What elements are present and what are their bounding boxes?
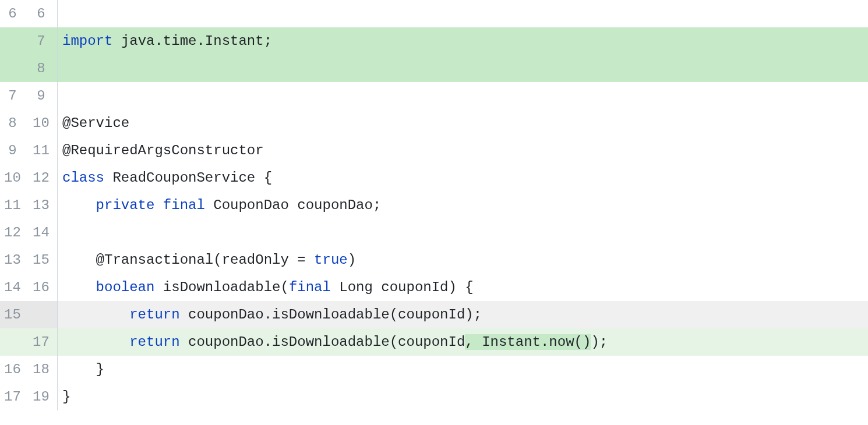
code-content[interactable]: class ReadCouponService { <box>58 164 868 192</box>
line-number-old: 12 <box>0 219 29 246</box>
keyword-final: final <box>289 279 331 295</box>
line-number-new: 16 <box>29 274 57 301</box>
code-text: ReadCouponService { <box>104 170 272 186</box>
line-gutter: 10 12 <box>0 164 58 192</box>
code-content[interactable] <box>58 55 868 82</box>
code-content[interactable]: @RequiredArgsConstructor <box>58 137 868 164</box>
code-text: ); <box>591 334 608 350</box>
keyword-class: class <box>62 170 104 186</box>
code-content[interactable] <box>58 82 868 109</box>
diff-line-added: 17 return couponDao.isDownloadable(coupo… <box>0 328 868 356</box>
line-number-new: 6 <box>29 0 57 27</box>
line-number-old: 9 <box>0 137 29 164</box>
line-number-new: 7 <box>29 27 57 55</box>
code-content[interactable]: return couponDao.isDownloadable(couponId… <box>58 301 868 328</box>
line-number-old: 13 <box>0 246 29 274</box>
code-content[interactable]: private final CouponDao couponDao; <box>58 192 868 219</box>
diff-line: 16 18 } <box>0 356 868 383</box>
code-content[interactable]: @Service <box>58 109 868 137</box>
indent <box>62 279 96 295</box>
line-number-new: 8 <box>29 55 57 82</box>
line-number-new: 19 <box>29 383 57 410</box>
keyword-return: return <box>129 334 179 350</box>
line-gutter: 8 <box>0 55 58 82</box>
diff-line: 14 16 boolean isDownloadable(final Long … <box>0 274 868 301</box>
line-gutter: 11 13 <box>0 192 58 219</box>
code-content[interactable]: return couponDao.isDownloadable(couponId… <box>58 328 868 356</box>
diff-line-added: 8 <box>0 55 868 82</box>
code-text: couponDao.isDownloadable(couponId); <box>180 307 482 323</box>
line-number-old: 11 <box>0 192 29 219</box>
keyword-private: private <box>96 197 155 213</box>
keyword-final: final <box>163 197 205 213</box>
code-content[interactable]: } <box>58 356 868 383</box>
code-text: CouponDao couponDao; <box>205 197 381 213</box>
diff-line: 17 19 } <box>0 383 868 410</box>
line-number-old <box>0 328 29 356</box>
diff-line-added: 7 import java.time.Instant; <box>0 27 868 55</box>
line-number-new: 15 <box>29 246 57 274</box>
indent <box>62 334 129 350</box>
keyword-import: import <box>62 33 112 49</box>
space <box>154 197 163 213</box>
line-gutter: 12 14 <box>0 219 58 246</box>
code-text: ) <box>348 252 356 268</box>
diff-line: 6 6 <box>0 0 868 27</box>
line-number-new: 13 <box>29 192 57 219</box>
line-number-new: 11 <box>29 137 57 164</box>
line-number-new <box>29 301 57 328</box>
keyword-return: return <box>129 307 179 323</box>
line-number-new: 14 <box>29 219 57 246</box>
code-text: java.time.Instant; <box>112 33 272 49</box>
keyword-boolean: boolean <box>96 279 155 295</box>
indent <box>62 197 96 213</box>
line-number-old: 7 <box>0 82 29 109</box>
line-number-new: 9 <box>29 82 57 109</box>
line-number-new: 10 <box>29 109 57 137</box>
diff-line-deleted: 15 return couponDao.isDownloadable(coupo… <box>0 301 868 328</box>
line-gutter: 17 <box>0 328 58 356</box>
line-number-old: 15 <box>0 301 29 328</box>
line-gutter: 17 19 <box>0 383 58 410</box>
line-number-old: 10 <box>0 164 29 192</box>
line-number-old <box>0 55 29 82</box>
line-gutter: 16 18 <box>0 356 58 383</box>
code-content[interactable]: @Transactional(readOnly = true) <box>58 246 868 274</box>
line-gutter: 9 11 <box>0 137 58 164</box>
line-number-new: 12 <box>29 164 57 192</box>
diff-line: 7 9 <box>0 82 868 109</box>
diff-viewer: 6 6 7 import java.time.Instant; 8 7 9 8 … <box>0 0 868 410</box>
line-gutter: 6 6 <box>0 0 58 27</box>
line-number-old: 17 <box>0 383 29 410</box>
code-content[interactable]: } <box>58 383 868 410</box>
line-gutter: 7 9 <box>0 82 58 109</box>
line-number-old <box>0 27 29 55</box>
code-content[interactable]: boolean isDownloadable(final Long coupon… <box>58 274 868 301</box>
line-gutter: 15 <box>0 301 58 328</box>
diff-line: 11 13 private final CouponDao couponDao; <box>0 192 868 219</box>
code-content[interactable] <box>58 0 868 27</box>
code-text: @Transactional(readOnly = <box>62 252 314 268</box>
line-number-old: 6 <box>0 0 29 27</box>
code-text: isDownloadable( <box>154 279 288 295</box>
inline-added-text: , Instant.now() <box>465 334 591 350</box>
indent <box>62 307 129 323</box>
line-gutter: 8 10 <box>0 109 58 137</box>
code-text: Long couponId) { <box>331 279 474 295</box>
diff-line: 8 10 @Service <box>0 109 868 137</box>
line-number-new: 17 <box>29 328 57 356</box>
line-number-old: 8 <box>0 109 29 137</box>
line-number-new: 18 <box>29 356 57 383</box>
keyword-true: true <box>314 252 348 268</box>
code-text: couponDao.isDownloadable(couponId <box>180 334 465 350</box>
code-content[interactable] <box>58 219 868 246</box>
line-gutter: 7 <box>0 27 58 55</box>
line-number-old: 14 <box>0 274 29 301</box>
diff-line: 13 15 @Transactional(readOnly = true) <box>0 246 868 274</box>
line-gutter: 14 16 <box>0 274 58 301</box>
diff-line: 12 14 <box>0 219 868 246</box>
diff-line: 9 11 @RequiredArgsConstructor <box>0 137 868 164</box>
diff-line: 10 12 class ReadCouponService { <box>0 164 868 192</box>
code-content[interactable]: import java.time.Instant; <box>58 27 868 55</box>
line-gutter: 13 15 <box>0 246 58 274</box>
